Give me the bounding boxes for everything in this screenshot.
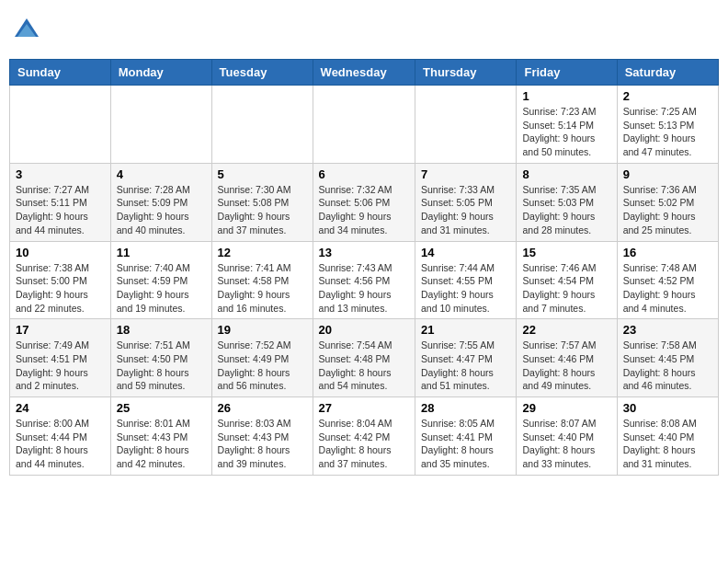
day-info: Sunrise: 8:08 AM Sunset: 4:40 PM Dayligh… [623, 417, 712, 471]
calendar-cell: 4Sunrise: 7:28 AM Sunset: 5:09 PM Daylig… [110, 163, 211, 241]
weekday-header-tuesday: Tuesday [211, 60, 313, 86]
day-number: 3 [16, 167, 105, 181]
day-info: Sunrise: 7:32 AM Sunset: 5:06 PM Dayligh… [319, 183, 409, 237]
day-number: 25 [117, 401, 206, 415]
day-info: Sunrise: 7:36 AM Sunset: 5:02 PM Dayligh… [623, 183, 712, 237]
weekday-header-saturday: Saturday [617, 60, 718, 86]
day-number: 2 [623, 89, 712, 103]
day-info: Sunrise: 7:48 AM Sunset: 4:52 PM Dayligh… [623, 261, 712, 316]
day-number: 1 [522, 89, 610, 103]
day-info: Sunrise: 8:00 AM Sunset: 4:44 PM Dayligh… [16, 417, 105, 471]
day-number: 4 [117, 167, 206, 181]
day-number: 15 [522, 246, 610, 259]
day-info: Sunrise: 7:28 AM Sunset: 5:09 PM Dayligh… [117, 183, 206, 237]
day-number: 18 [117, 323, 206, 337]
calendar-cell: 14Sunrise: 7:44 AM Sunset: 4:55 PM Dayli… [415, 241, 517, 319]
day-number: 13 [319, 246, 409, 259]
calendar-cell: 27Sunrise: 8:04 AM Sunset: 4:42 PM Dayli… [313, 397, 415, 476]
day-number: 27 [319, 401, 409, 415]
logo-icon [13, 17, 40, 44]
weekday-header-sunday: Sunday [10, 60, 111, 86]
calendar-cell: 15Sunrise: 7:46 AM Sunset: 4:54 PM Dayli… [517, 241, 617, 319]
calendar-cell: 26Sunrise: 8:03 AM Sunset: 4:43 PM Dayli… [211, 397, 313, 476]
day-number: 17 [16, 323, 105, 337]
day-number: 24 [16, 401, 105, 415]
day-info: Sunrise: 8:07 AM Sunset: 4:40 PM Dayligh… [522, 417, 610, 471]
day-info: Sunrise: 7:44 AM Sunset: 4:55 PM Dayligh… [421, 261, 510, 316]
day-info: Sunrise: 7:54 AM Sunset: 4:48 PM Dayligh… [319, 339, 409, 393]
day-info: Sunrise: 7:46 AM Sunset: 4:54 PM Dayligh… [522, 261, 610, 316]
calendar-cell: 1Sunrise: 7:23 AM Sunset: 5:14 PM Daylig… [517, 86, 617, 164]
day-info: Sunrise: 7:57 AM Sunset: 4:46 PM Dayligh… [522, 339, 610, 393]
calendar-cell: 19Sunrise: 7:52 AM Sunset: 4:49 PM Dayli… [211, 319, 313, 397]
day-number: 16 [623, 246, 712, 259]
day-info: Sunrise: 7:55 AM Sunset: 4:47 PM Dayligh… [421, 339, 510, 393]
calendar-cell: 22Sunrise: 7:57 AM Sunset: 4:46 PM Dayli… [517, 319, 617, 397]
calendar-cell: 30Sunrise: 8:08 AM Sunset: 4:40 PM Dayli… [617, 397, 718, 476]
day-number: 5 [218, 167, 307, 181]
day-number: 11 [117, 246, 206, 259]
calendar-cell: 17Sunrise: 7:49 AM Sunset: 4:51 PM Dayli… [10, 319, 111, 397]
day-number: 21 [421, 323, 510, 337]
day-info: Sunrise: 7:25 AM Sunset: 5:13 PM Dayligh… [623, 105, 712, 159]
calendar-cell: 3Sunrise: 7:27 AM Sunset: 5:11 PM Daylig… [10, 163, 111, 241]
day-number: 29 [522, 401, 610, 415]
day-number: 7 [421, 167, 510, 181]
day-info: Sunrise: 7:58 AM Sunset: 4:45 PM Dayligh… [623, 339, 712, 393]
calendar-cell: 8Sunrise: 7:35 AM Sunset: 5:03 PM Daylig… [517, 163, 617, 241]
calendar-cell: 20Sunrise: 7:54 AM Sunset: 4:48 PM Dayli… [313, 319, 415, 397]
calendar-cell: 18Sunrise: 7:51 AM Sunset: 4:50 PM Dayli… [110, 319, 211, 397]
day-number: 20 [319, 323, 409, 337]
calendar-cell: 23Sunrise: 7:58 AM Sunset: 4:45 PM Dayli… [617, 319, 718, 397]
day-number: 22 [522, 323, 610, 337]
day-info: Sunrise: 7:40 AM Sunset: 4:59 PM Dayligh… [117, 261, 206, 316]
calendar-cell [313, 86, 415, 164]
calendar-cell: 10Sunrise: 7:38 AM Sunset: 5:00 PM Dayli… [10, 241, 111, 319]
day-number: 26 [218, 401, 307, 415]
day-number: 12 [218, 246, 307, 259]
day-number: 6 [319, 167, 409, 181]
calendar-cell: 13Sunrise: 7:43 AM Sunset: 4:56 PM Dayli… [313, 241, 415, 319]
calendar-cell: 7Sunrise: 7:33 AM Sunset: 5:05 PM Daylig… [415, 163, 517, 241]
logo [13, 17, 42, 44]
calendar-cell: 28Sunrise: 8:05 AM Sunset: 4:41 PM Dayli… [415, 397, 517, 476]
calendar-cell: 11Sunrise: 7:40 AM Sunset: 4:59 PM Dayli… [110, 241, 211, 319]
calendar-cell: 6Sunrise: 7:32 AM Sunset: 5:06 PM Daylig… [313, 163, 415, 241]
day-info: Sunrise: 7:38 AM Sunset: 5:00 PM Dayligh… [16, 261, 105, 316]
day-info: Sunrise: 7:30 AM Sunset: 5:08 PM Dayligh… [218, 183, 307, 237]
day-info: Sunrise: 8:04 AM Sunset: 4:42 PM Dayligh… [319, 417, 409, 471]
calendar-cell [10, 86, 111, 164]
day-info: Sunrise: 7:23 AM Sunset: 5:14 PM Dayligh… [522, 105, 610, 159]
day-info: Sunrise: 7:43 AM Sunset: 4:56 PM Dayligh… [319, 261, 409, 316]
day-info: Sunrise: 8:01 AM Sunset: 4:43 PM Dayligh… [117, 417, 206, 471]
calendar-cell: 21Sunrise: 7:55 AM Sunset: 4:47 PM Dayli… [415, 319, 517, 397]
day-info: Sunrise: 7:41 AM Sunset: 4:58 PM Dayligh… [218, 261, 307, 316]
day-info: Sunrise: 7:35 AM Sunset: 5:03 PM Dayligh… [522, 183, 610, 237]
calendar-cell: 12Sunrise: 7:41 AM Sunset: 4:58 PM Dayli… [211, 241, 313, 319]
calendar: SundayMondayTuesdayWednesdayThursdayFrid… [9, 59, 719, 476]
day-info: Sunrise: 7:27 AM Sunset: 5:11 PM Dayligh… [16, 183, 105, 237]
weekday-header-thursday: Thursday [415, 60, 517, 86]
day-info: Sunrise: 8:05 AM Sunset: 4:41 PM Dayligh… [421, 417, 510, 471]
calendar-cell: 2Sunrise: 7:25 AM Sunset: 5:13 PM Daylig… [617, 86, 718, 164]
day-number: 14 [421, 246, 510, 259]
calendar-cell: 16Sunrise: 7:48 AM Sunset: 4:52 PM Dayli… [617, 241, 718, 319]
day-info: Sunrise: 7:49 AM Sunset: 4:51 PM Dayligh… [16, 339, 105, 393]
header [9, 9, 719, 52]
day-number: 9 [623, 167, 712, 181]
day-number: 28 [421, 401, 510, 415]
day-number: 8 [522, 167, 610, 181]
day-number: 19 [218, 323, 307, 337]
day-info: Sunrise: 8:03 AM Sunset: 4:43 PM Dayligh… [218, 417, 307, 471]
calendar-cell: 25Sunrise: 8:01 AM Sunset: 4:43 PM Dayli… [110, 397, 211, 476]
calendar-cell: 5Sunrise: 7:30 AM Sunset: 5:08 PM Daylig… [211, 163, 313, 241]
day-info: Sunrise: 7:52 AM Sunset: 4:49 PM Dayligh… [218, 339, 307, 393]
calendar-cell [110, 86, 211, 164]
calendar-cell: 24Sunrise: 8:00 AM Sunset: 4:44 PM Dayli… [10, 397, 111, 476]
day-number: 10 [16, 246, 105, 259]
day-info: Sunrise: 7:33 AM Sunset: 5:05 PM Dayligh… [421, 183, 510, 237]
day-number: 23 [623, 323, 712, 337]
day-info: Sunrise: 7:51 AM Sunset: 4:50 PM Dayligh… [117, 339, 206, 393]
weekday-header-friday: Friday [517, 60, 617, 86]
calendar-cell: 29Sunrise: 8:07 AM Sunset: 4:40 PM Dayli… [517, 397, 617, 476]
